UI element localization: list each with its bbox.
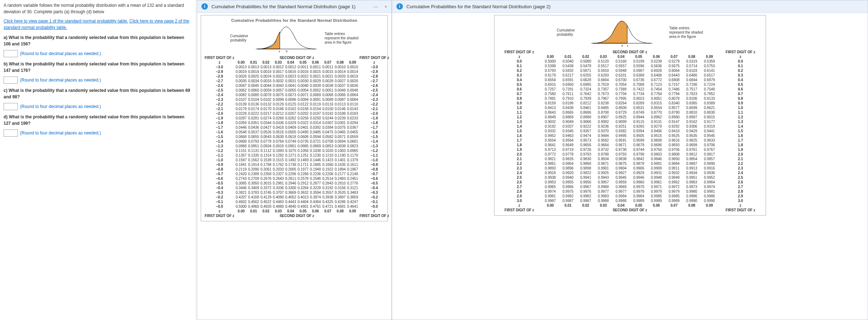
table-row: −0.70.24200.23890.23580.23270.22960.2266… <box>204 172 390 176</box>
table-row: −1.40.08080.07930.07780.07640.07490.0735… <box>204 139 390 144</box>
curve-left-label: Cumulative probability <box>557 28 575 37</box>
table-row: 2.60.99530.99550.99560.99570.99590.99600… <box>497 180 763 184</box>
table-row: −0.40.34460.34090.33720.33360.33000.3264… <box>204 186 390 190</box>
question-a: a) What is the probability that a random… <box>4 34 192 47</box>
table-row: −0.20.42070.41680.41290.40900.40520.4013… <box>204 195 390 200</box>
table-row: 1.10.86430.86650.86860.87080.87290.87490… <box>497 110 763 115</box>
table-row: −0.00.50000.49600.49200.48800.48400.4801… <box>204 204 390 209</box>
col-head: 0.04 <box>612 54 630 59</box>
minimize-icon[interactable]: — <box>373 4 378 9</box>
problem-panel: A random variable follows the normal pro… <box>0 0 195 320</box>
z-head: z <box>718 54 763 59</box>
table-row: 0.20.57930.58320.58710.59100.59480.59870… <box>497 68 763 73</box>
round-note: (Round to four decimal places as needed.… <box>20 50 101 57</box>
table-row: −1.10.13570.13350.13140.12920.12710.1251… <box>204 153 390 158</box>
table-row: 2.40.99180.99200.99220.99250.99270.99290… <box>497 171 763 175</box>
table-row: 1.60.94520.94630.94740.94840.94950.95050… <box>497 133 763 138</box>
table-row: −2.60.00470.00450.00440.00430.00410.0040… <box>204 83 390 88</box>
question-b: b) What is the probability that a random… <box>4 61 192 74</box>
svg-text:0: 0 <box>286 50 288 53</box>
col-head: 0.04 <box>284 60 297 65</box>
table-row: 1.40.91920.92070.92220.92360.92510.92650… <box>497 124 763 129</box>
normal-curve-icon: 0z <box>582 18 661 47</box>
table-row: −1.90.02870.02810.02740.02680.02620.0256… <box>204 116 390 120</box>
table-row: −0.30.38210.37830.37450.37070.36690.3632… <box>204 190 390 195</box>
table-row: 0.90.81590.81860.82120.82380.82640.82890… <box>497 101 763 105</box>
table-row: 0.00.50000.50400.50800.51200.51600.51990… <box>497 59 763 64</box>
answer-c-input[interactable] <box>4 103 18 110</box>
col-head: 0.08 <box>334 60 347 65</box>
answer-b-input[interactable] <box>4 77 18 84</box>
table-row: 2.00.97720.97780.97830.97880.97930.97980… <box>497 152 763 157</box>
table-row: 2.10.98210.98260.98300.98340.98380.98420… <box>497 157 763 161</box>
table-row: 0.30.61790.62170.62550.62930.63310.63680… <box>497 73 763 78</box>
table-row: −1.00.15870.15620.15390.15150.14920.1469… <box>204 158 390 162</box>
round-note: (Round to four decimal places as needed.… <box>20 77 101 83</box>
answer-a-input[interactable] <box>4 50 18 57</box>
popup1-header: i Cumulative Probabilities for the Stand… <box>197 0 391 13</box>
first-digit-head: FIRST DIGIT OF z <box>204 55 235 60</box>
col-head: 0.07 <box>322 60 334 65</box>
table-row: 2.70.99650.99660.99670.99680.99690.99700… <box>497 184 763 189</box>
z-table-page2: FIRST DIGIT OF zSECOND DIGIT OF zFIRST D… <box>497 50 763 212</box>
popup1-body[interactable]: Cumulative Probabilities for the Standar… <box>197 13 391 320</box>
table-row: 0.10.53980.54380.54780.55170.55570.55960… <box>497 64 763 68</box>
first-digit-head: FIRST DIGIT OF z <box>497 50 542 54</box>
table-row: −0.50.30850.30500.30150.29810.29460.2912… <box>204 181 390 186</box>
col-head: 0.09 <box>701 54 718 59</box>
z-head: z <box>204 60 235 65</box>
table-row: −0.10.46020.45620.45220.44830.44430.4404… <box>204 200 390 204</box>
normal-curve-icon: z0 <box>256 24 317 53</box>
close-icon[interactable]: × <box>384 4 387 9</box>
col-head: 0.01 <box>559 54 577 59</box>
second-digit-head: SECOND DIGIT OF z <box>235 55 359 60</box>
col-head: 0.00 <box>541 54 559 59</box>
table-row: 1.50.93320.93450.93570.93700.93820.93940… <box>497 129 763 133</box>
popup2-body[interactable]: Cumulative probability 0z Table entries … <box>392 13 868 320</box>
table-row: 0.80.78810.79100.79390.79670.79950.80230… <box>497 96 763 101</box>
table-row: 1.90.97130.97190.97260.97320.97380.97440… <box>497 147 763 152</box>
col-head: 0.07 <box>665 54 683 59</box>
table-row: −0.80.21190.20900.20610.20330.20050.1977… <box>204 167 390 172</box>
col-head: 0.00 <box>235 60 248 65</box>
col-head: 0.06 <box>648 54 665 59</box>
svg-text:z: z <box>627 44 628 47</box>
col-head: 0.05 <box>630 54 647 59</box>
z-head: z <box>497 54 542 59</box>
table-row: −2.00.02280.02220.02170.02120.02070.0202… <box>204 111 390 116</box>
table-row: −2.10.01790.01740.01700.01660.01620.0158… <box>204 107 390 111</box>
table-row: −1.20.11510.11310.11120.10930.10750.1056… <box>204 148 390 153</box>
second-digit-head: SECOND DIGIT OF z <box>541 50 718 54</box>
popup-page1: i Cumulative Probabilities for the Stand… <box>197 0 392 320</box>
answer-d-input[interactable] <box>4 129 18 137</box>
table-row: 2.50.99380.99400.99410.99430.99450.99460… <box>497 175 763 180</box>
table-row: 2.30.98930.98960.98980.99010.99040.99060… <box>497 166 763 171</box>
table-row: 1.80.96410.96490.96560.96640.96710.96780… <box>497 143 763 147</box>
table-row: −1.60.05480.05370.05260.05160.05050.0495… <box>204 130 390 134</box>
table-row: 0.70.75800.76110.76420.76730.77040.77340… <box>497 92 763 96</box>
round-note: (Round to four decimal places as needed.… <box>20 103 101 110</box>
table-row: 1.00.84130.84380.84610.84850.85080.85310… <box>497 105 763 110</box>
problem-intro: A random variable follows the normal pro… <box>4 2 192 15</box>
question-d: d) What is the probability that a random… <box>4 114 192 127</box>
table-row: −3.00.00130.00130.00130.00120.00120.0011… <box>204 65 390 69</box>
popup1-title: Cumulative Probabilities for the Standar… <box>211 4 355 9</box>
first-digit-head: FIRST DIGIT OF z <box>359 55 390 60</box>
col-head: 0.08 <box>683 54 701 59</box>
col-head: 0.02 <box>260 60 272 65</box>
svg-text:z: z <box>279 50 280 53</box>
table-row: 0.60.72570.72910.73240.73570.73890.74220… <box>497 87 763 92</box>
z-head: z <box>359 60 390 65</box>
table-row: 1.20.88490.88690.88880.89070.89250.89440… <box>497 115 763 119</box>
info-icon: i <box>201 3 208 10</box>
col-head: 0.06 <box>309 60 322 65</box>
curve-left-label: Cumulative probability <box>230 34 248 43</box>
table-row: −2.90.00190.00180.00180.00170.00160.0016… <box>204 69 390 74</box>
col-head: 0.03 <box>595 54 612 59</box>
table-row: 0.40.65540.65910.66280.66640.67000.67360… <box>497 78 763 82</box>
table-row: 1.70.95540.95640.95730.95820.95910.95990… <box>497 138 763 143</box>
curve-right-label: Table entries represent the shaded area … <box>325 32 359 45</box>
table-row: 1.30.90320.90490.90660.90820.90990.91150… <box>497 119 763 124</box>
link-page1[interactable]: Click here to view page 1 of the standar… <box>4 19 128 24</box>
table-row: −2.20.01390.01360.01320.01290.01250.0122… <box>204 102 390 107</box>
